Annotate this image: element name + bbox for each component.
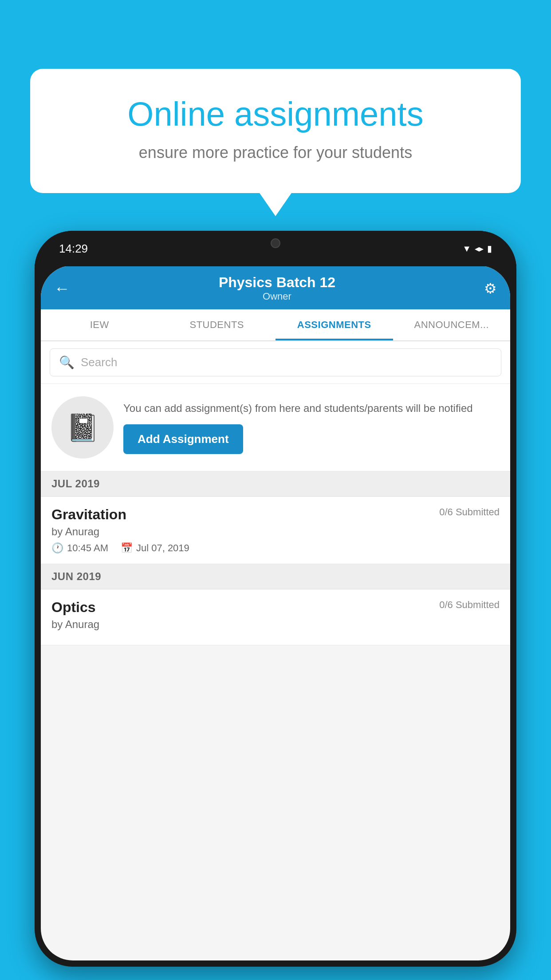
assignment-item-header-optics: Optics 0/6 Submitted [51, 599, 500, 616]
assignment-author: by Anurag [51, 526, 500, 538]
speech-bubble: Online assignments ensure more practice … [30, 69, 521, 193]
phone-notch [231, 231, 320, 255]
batch-subtitle: Owner [219, 291, 335, 302]
signal-icon: ◂▸ [475, 243, 484, 254]
promo-icon-circle: 📓 [51, 396, 114, 458]
meta-date: 📅 Jul 07, 2019 [121, 542, 189, 554]
search-bar[interactable]: 🔍 Search [50, 348, 501, 376]
add-assignment-button[interactable]: Add Assignment [123, 424, 243, 454]
assignment-date: Jul 07, 2019 [136, 542, 189, 554]
promo-description: You can add assignment(s) from here and … [123, 401, 500, 416]
section-header-jul: JUL 2019 [41, 471, 510, 497]
status-bar-time: 14:29 [59, 242, 88, 256]
assignment-item-gravitation[interactable]: Gravitation 0/6 Submitted by Anurag 🕐 10… [41, 497, 510, 564]
calendar-icon: 📅 [121, 542, 133, 554]
header-title-area: Physics Batch 12 Owner [219, 274, 335, 302]
tab-students[interactable]: STUDENTS [158, 309, 276, 340]
meta-time: 🕐 10:45 AM [51, 542, 108, 554]
tab-announcements[interactable]: ANNOUNCEM... [393, 309, 511, 340]
tab-assignments[interactable]: ASSIGNMENTS [276, 309, 393, 340]
front-camera [271, 238, 280, 248]
search-container: 🔍 Search [41, 341, 510, 384]
tabs-bar: IEW STUDENTS ASSIGNMENTS ANNOUNCEM... [41, 309, 510, 341]
notebook-icon: 📓 [66, 412, 99, 443]
phone-frame: 14:29 ▼ ◂▸ ▮ ← Physics Batch 12 Owner ⚙ … [35, 231, 516, 967]
speech-bubble-subtitle: ensure more practice for your students [61, 143, 490, 162]
promo-box: 📓 You can add assignment(s) from here an… [41, 384, 510, 471]
status-icons: ▼ ◂▸ ▮ [462, 243, 492, 254]
phone-screen: ← Physics Batch 12 Owner ⚙ IEW STUDENTS … [41, 265, 510, 960]
assignment-author-optics: by Anurag [51, 618, 500, 631]
batch-title: Physics Batch 12 [219, 274, 335, 291]
section-header-jun: JUN 2019 [41, 564, 510, 589]
promo-text-area: You can add assignment(s) from here and … [123, 401, 500, 454]
speech-bubble-container: Online assignments ensure more practice … [30, 69, 521, 193]
wifi-icon: ▼ [462, 244, 471, 254]
assignment-submitted-optics: 0/6 Submitted [439, 599, 500, 611]
back-button[interactable]: ← [54, 279, 70, 298]
assignment-time: 10:45 AM [67, 542, 108, 554]
assignment-title-optics: Optics [51, 599, 96, 616]
status-bar: 14:29 ▼ ◂▸ ▮ [35, 231, 516, 266]
assignment-title: Gravitation [51, 506, 126, 523]
tab-iew[interactable]: IEW [41, 309, 158, 340]
search-placeholder: Search [81, 356, 117, 369]
clock-icon: 🕐 [51, 542, 63, 554]
search-icon: 🔍 [59, 355, 75, 370]
settings-icon[interactable]: ⚙ [484, 280, 497, 297]
speech-bubble-title: Online assignments [61, 95, 490, 133]
assignment-item-header: Gravitation 0/6 Submitted [51, 506, 500, 523]
assignment-submitted: 0/6 Submitted [439, 506, 500, 518]
assignment-meta: 🕐 10:45 AM 📅 Jul 07, 2019 [51, 542, 500, 554]
battery-icon: ▮ [487, 243, 492, 254]
assignment-item-optics[interactable]: Optics 0/6 Submitted by Anurag [41, 589, 510, 645]
app-header: ← Physics Batch 12 Owner ⚙ [41, 265, 510, 309]
